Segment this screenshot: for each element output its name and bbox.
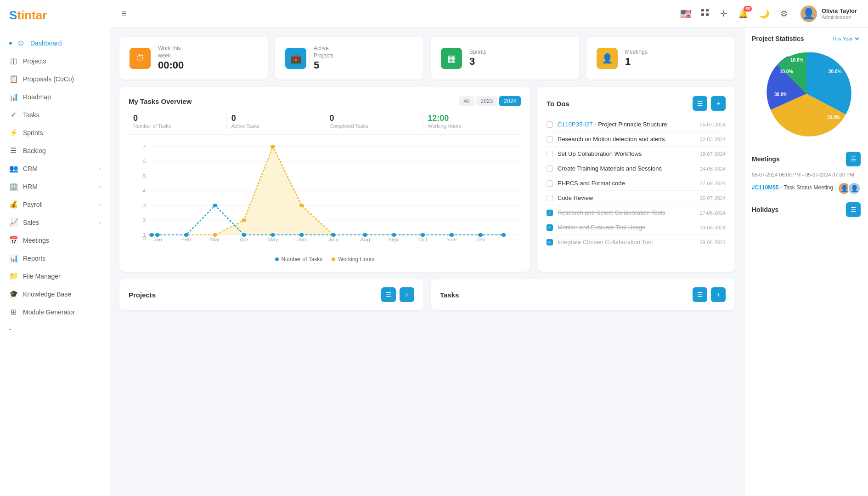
- sidebar-item-projects[interactable]: ◫ Projects: [0, 52, 110, 70]
- todo-list-button[interactable]: ☰: [693, 96, 707, 111]
- sidebar-item-hrm[interactable]: 🏢 HRM ›: [0, 177, 110, 195]
- sidebar-item-proposals[interactable]: 📋 Proposals (CoCo): [0, 70, 110, 88]
- todo-checkbox-9[interactable]: ✓: [547, 239, 553, 245]
- year-select[interactable]: This Year Last Year: [830, 35, 861, 42]
- work-week-label: Work thisweek: [158, 45, 184, 59]
- settings-icon[interactable]: ⚙: [780, 9, 788, 19]
- sidebar-item-label: Sales: [23, 219, 39, 226]
- plus-icon[interactable]: ✛: [720, 9, 727, 19]
- todo-checkbox-8[interactable]: ✓: [547, 224, 553, 231]
- svg-point-53: [299, 233, 304, 237]
- pie-chart-container: 20.0% 30.0% 30.0% 10.0% 10.0%: [752, 48, 861, 140]
- user-info[interactable]: 👤 Olivia Taylor Administrator: [800, 6, 857, 22]
- sidebar-item-payroll[interactable]: 💰 Payroll ›: [0, 195, 110, 213]
- sidebar-item-knowledge-base[interactable]: 🎓 Knowledge Base: [0, 285, 110, 303]
- todo-checkbox-2[interactable]: [547, 136, 553, 143]
- svg-point-36: [213, 233, 217, 237]
- language-flag[interactable]: 🇺🇸: [680, 8, 692, 19]
- sidebar-item-roadmap[interactable]: 📊 Roadmap: [0, 88, 110, 106]
- hamburger-menu[interactable]: ≡: [121, 8, 127, 19]
- sidebar-item-sales[interactable]: 📈 Sales ›: [0, 213, 110, 231]
- sidebar-item-label: Meetings: [23, 237, 49, 244]
- sidebar-item-reports[interactable]: 📊 Reports: [0, 249, 110, 267]
- apps-icon[interactable]: [701, 8, 709, 19]
- tasks-list-button[interactable]: ☰: [693, 287, 707, 302]
- todo-checkbox-7[interactable]: ✓: [547, 210, 553, 216]
- sidebar-item-more[interactable]: -: [0, 321, 110, 337]
- todo-checkbox-4[interactable]: [547, 165, 553, 172]
- sidebar-item-crm[interactable]: 👥 CRM ›: [0, 160, 110, 177]
- sidebar-item-label: Reports: [23, 255, 45, 262]
- tab-2023[interactable]: 2023: [476, 96, 498, 106]
- sidebar-item-tasks[interactable]: ✓ Tasks: [0, 106, 110, 124]
- todo-checkbox-1[interactable]: [547, 121, 553, 128]
- holidays-list-button[interactable]: ☰: [846, 202, 861, 217]
- meeting-link[interactable]: #C110M55: [752, 184, 779, 191]
- roadmap-icon: 📊: [9, 92, 17, 101]
- svg-rect-3: [706, 13, 709, 16]
- meetings-list-button[interactable]: ☰: [846, 152, 861, 166]
- sidebar-item-label: Backlog: [23, 147, 46, 154]
- active-tasks-label: Active Tasks: [231, 123, 259, 129]
- content: ⏱ Work thisweek 00:00 💼 ActiveProjects 5…: [110, 28, 868, 496]
- meetings-panel-title: Meetings: [752, 155, 780, 163]
- svg-text:Dec: Dec: [475, 237, 486, 242]
- sprints-stat-icon: ▦: [441, 48, 462, 69]
- svg-rect-1: [706, 9, 709, 11]
- svg-text:2: 2: [142, 217, 146, 223]
- todo-date-9: 29-06-2024: [700, 239, 726, 245]
- tasks-add-button[interactable]: +: [711, 287, 726, 302]
- payroll-arrow: ›: [99, 202, 101, 207]
- meetings-stat-icon: 👤: [597, 48, 618, 69]
- sidebar-item-meetings[interactable]: 📅 Meetings: [0, 231, 110, 249]
- reports-icon: 📊: [9, 254, 17, 262]
- svg-point-47: [149, 233, 154, 237]
- todo-item: Set Up Collaboration Workflows 18-07-202…: [547, 147, 726, 161]
- projects-add-button[interactable]: +: [400, 287, 414, 302]
- sidebar-item-dashboard[interactable]: ⊙ Dashboard: [0, 34, 110, 52]
- tab-all[interactable]: All: [459, 96, 474, 106]
- tasks-chart: 7 6 5 4 3 2 1 0 Jan Feb Mar Apr: [129, 142, 521, 243]
- sidebar-item-label: Roadmap: [23, 93, 51, 101]
- working-hours-label: Working Hours: [428, 123, 461, 129]
- sidebar-item-file-manager[interactable]: 📁 File Manager: [0, 267, 110, 285]
- tab-2024[interactable]: 2024: [499, 96, 521, 106]
- sidebar-item-module-generator[interactable]: ⊞ Module Generator: [0, 303, 110, 321]
- sidebar-item-sprints[interactable]: ⚡ Sprints: [0, 124, 110, 142]
- proj-stats-title: Project Statistics: [752, 35, 804, 42]
- sales-arrow: ›: [99, 220, 101, 225]
- legend-tasks: Number of Tasks: [275, 256, 323, 262]
- middle-row: My Tasks Overview All 2023 2024 0 Number…: [119, 87, 735, 272]
- meeting-info: #C110M55 - Task Status Meeting: [752, 183, 833, 191]
- todo-link-1[interactable]: C110P35-I27: [558, 121, 593, 128]
- meeting-time: 05-07-2024 06:00 PM - 05-07-2024 07:00 P…: [752, 172, 861, 177]
- tasks-stat-completed: 0 Completed Tasks: [325, 114, 423, 129]
- svg-point-49: [184, 233, 189, 237]
- payroll-icon: 💰: [9, 200, 17, 209]
- svg-text:10.0%: 10.0%: [780, 69, 793, 74]
- todo-add-button[interactable]: +: [711, 96, 726, 111]
- dark-mode-icon[interactable]: 🌙: [759, 9, 769, 19]
- projects-list-button[interactable]: ☰: [381, 287, 396, 302]
- svg-point-52: [271, 233, 275, 237]
- stat-info-meetings: Meetings 1: [625, 49, 648, 68]
- notification-bell-icon[interactable]: 🔔 55: [738, 9, 748, 19]
- todo-date-1: 25-07-2024: [700, 122, 726, 127]
- todo-item: ✓ Research and Select Collaboration Tool…: [547, 205, 726, 220]
- tasks-overview-title: My Tasks Overview: [129, 97, 192, 105]
- sprints-icon: ⚡: [9, 128, 17, 137]
- sidebar-item-label: HRM: [23, 183, 38, 190]
- svg-point-50: [213, 204, 217, 207]
- todo-checkbox-3[interactable]: [547, 151, 553, 157]
- svg-point-37: [242, 218, 246, 222]
- sprints-label: Sprints: [469, 49, 486, 56]
- sidebar-item-label: Payroll: [23, 201, 43, 208]
- todo-text-9: Integrate Chosen Collaboration Tool: [558, 239, 695, 245]
- todo-checkbox-5[interactable]: [547, 180, 553, 187]
- sidebar-item-backlog[interactable]: ☰ Backlog: [0, 142, 110, 160]
- sidebar: Stintar ⊙ Dashboard ◫ Projects 📋 Proposa…: [0, 0, 110, 496]
- todo-date-8: 14-08-2024: [700, 225, 726, 230]
- todo-checkbox-6[interactable]: [547, 195, 553, 201]
- todo-item: Create Training Materials and Sessions 1…: [547, 161, 726, 176]
- tasks-icon: ✓: [9, 110, 17, 119]
